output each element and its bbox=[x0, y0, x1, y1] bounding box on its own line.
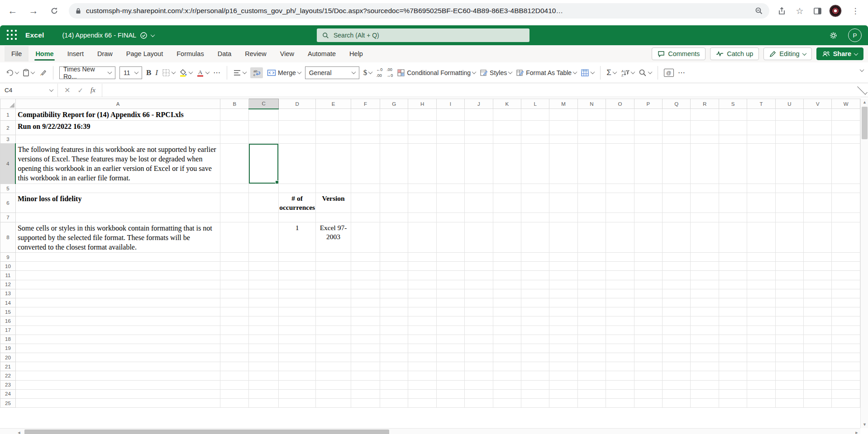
cell-D9[interactable] bbox=[279, 253, 316, 262]
cell-D5[interactable] bbox=[279, 184, 316, 193]
cell-Q6[interactable] bbox=[662, 193, 690, 213]
align-button[interactable] bbox=[233, 69, 246, 76]
cell-Q7[interactable] bbox=[662, 213, 690, 222]
cell-I22[interactable] bbox=[436, 371, 464, 380]
cell-H4[interactable] bbox=[408, 144, 436, 184]
cell-H24[interactable] bbox=[408, 389, 436, 398]
cell-H19[interactable] bbox=[408, 344, 436, 353]
cell-R9[interactable] bbox=[691, 253, 719, 262]
cell-J4[interactable] bbox=[465, 144, 493, 184]
cell-J3[interactable] bbox=[465, 135, 493, 144]
conditional-formatting-button[interactable]: Conditional Formatting bbox=[397, 69, 476, 77]
cell-L13[interactable] bbox=[521, 289, 549, 298]
column-header-C[interactable]: C bbox=[249, 99, 279, 109]
cell-U5[interactable] bbox=[775, 184, 803, 193]
cell-E21[interactable] bbox=[316, 362, 351, 371]
browser-reload-icon[interactable] bbox=[48, 5, 61, 17]
cell-U22[interactable] bbox=[775, 371, 803, 380]
cell-J13[interactable] bbox=[465, 289, 493, 298]
cell-E8[interactable]: Excel 97-2003 bbox=[316, 222, 351, 253]
tab-view[interactable]: View bbox=[273, 46, 301, 61]
cell-N15[interactable] bbox=[577, 307, 606, 316]
vertical-scrollbar[interactable]: ▲ ▼ bbox=[860, 99, 868, 428]
cell-N5[interactable] bbox=[577, 184, 606, 193]
cell-R7[interactable] bbox=[691, 213, 719, 222]
cell-W17[interactable] bbox=[832, 326, 860, 335]
vertical-scroll-thumb[interactable] bbox=[862, 107, 868, 139]
share-button[interactable]: Share bbox=[816, 47, 863, 60]
cell-F22[interactable] bbox=[351, 371, 380, 380]
row-header-11[interactable]: 11 bbox=[0, 271, 16, 280]
cell-T3[interactable] bbox=[747, 135, 775, 144]
font-overflow-button[interactable]: ⋯ bbox=[213, 68, 221, 77]
cell-A14[interactable] bbox=[15, 298, 220, 307]
cell-A7[interactable] bbox=[15, 213, 220, 222]
cell-O1[interactable] bbox=[606, 109, 634, 121]
row-header-19[interactable]: 19 bbox=[0, 344, 16, 353]
format-painter-icon[interactable] bbox=[38, 69, 47, 77]
cell-Q24[interactable] bbox=[662, 389, 690, 398]
cell-U6[interactable] bbox=[775, 193, 803, 213]
cell-K24[interactable] bbox=[493, 389, 521, 398]
cell-P21[interactable] bbox=[634, 362, 662, 371]
cell-U10[interactable] bbox=[775, 262, 803, 271]
cell-N22[interactable] bbox=[577, 371, 606, 380]
cell-I17[interactable] bbox=[436, 326, 464, 335]
cell-S5[interactable] bbox=[719, 184, 747, 193]
cell-O25[interactable] bbox=[606, 399, 634, 408]
cell-C7[interactable] bbox=[249, 213, 279, 222]
browser-menu-icon[interactable]: ⋮ bbox=[849, 5, 862, 17]
cell-J16[interactable] bbox=[465, 316, 493, 326]
tab-file[interactable]: File bbox=[5, 46, 29, 61]
cell-N20[interactable] bbox=[577, 353, 606, 362]
cell-P13[interactable] bbox=[634, 289, 662, 298]
cell-R14[interactable] bbox=[691, 298, 719, 307]
cell-F20[interactable] bbox=[351, 353, 380, 362]
cell-T11[interactable] bbox=[747, 271, 775, 280]
cell-O8[interactable] bbox=[606, 222, 634, 253]
cell-K22[interactable] bbox=[493, 371, 521, 380]
cell-H3[interactable] bbox=[408, 135, 436, 144]
cell-N6[interactable] bbox=[577, 193, 606, 213]
tab-review[interactable]: Review bbox=[238, 46, 273, 61]
cell-G25[interactable] bbox=[380, 399, 408, 408]
cell-J6[interactable] bbox=[465, 193, 493, 213]
wrap-text-button[interactable]: abc bbox=[250, 67, 263, 78]
row-header-24[interactable]: 24 bbox=[0, 389, 16, 398]
cell-R1[interactable] bbox=[691, 109, 719, 121]
horizontal-scroll-thumb[interactable] bbox=[24, 429, 389, 434]
row-header-21[interactable]: 21 bbox=[0, 362, 16, 371]
cell-G24[interactable] bbox=[380, 389, 408, 398]
cell-M25[interactable] bbox=[549, 399, 577, 408]
account-avatar[interactable]: P bbox=[848, 28, 862, 42]
cell-G10[interactable] bbox=[380, 262, 408, 271]
cell-P12[interactable] bbox=[634, 280, 662, 289]
cell-Q23[interactable] bbox=[662, 380, 690, 389]
cell-F16[interactable] bbox=[351, 316, 380, 326]
cell-R2[interactable] bbox=[691, 121, 719, 135]
side-panel-icon[interactable] bbox=[813, 7, 822, 15]
row-header-8[interactable]: 8 bbox=[0, 222, 16, 253]
cell-A20[interactable] bbox=[15, 353, 220, 362]
column-header-U[interactable]: U bbox=[775, 99, 803, 109]
cell-A16[interactable] bbox=[15, 316, 220, 326]
cell-Q12[interactable] bbox=[662, 280, 690, 289]
cell-U12[interactable] bbox=[775, 280, 803, 289]
cell-F17[interactable] bbox=[351, 326, 380, 335]
cell-G15[interactable] bbox=[380, 307, 408, 316]
cell-A3[interactable] bbox=[15, 135, 220, 144]
cell-V22[interactable] bbox=[804, 371, 832, 380]
cell-A6[interactable]: Minor loss of fidelity bbox=[15, 193, 220, 213]
cell-U17[interactable] bbox=[775, 326, 803, 335]
cell-Q17[interactable] bbox=[662, 326, 690, 335]
catch-up-button[interactable]: Catch up bbox=[710, 47, 759, 60]
cell-V8[interactable] bbox=[804, 222, 832, 253]
cell-A11[interactable] bbox=[15, 271, 220, 280]
font-size-select[interactable]: 11 bbox=[119, 66, 142, 79]
cell-A25[interactable] bbox=[15, 399, 220, 408]
at-mention-icon[interactable]: @ bbox=[664, 69, 674, 77]
cell-I10[interactable] bbox=[436, 262, 464, 271]
row-header-10[interactable]: 10 bbox=[0, 262, 16, 271]
cell-I13[interactable] bbox=[436, 289, 464, 298]
search-box[interactable]: Search (Alt + Q) bbox=[317, 28, 529, 42]
